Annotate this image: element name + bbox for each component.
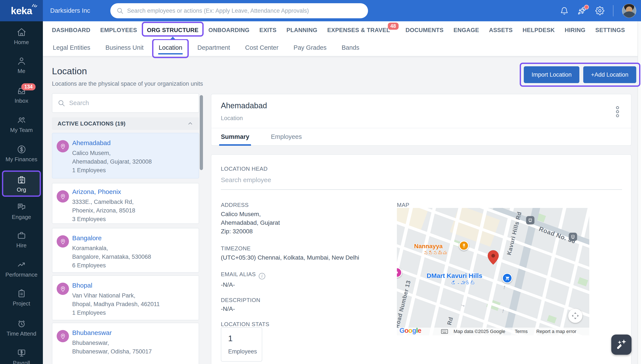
location-pin-icon [57,330,69,342]
org-structure-subnav: Legal Entities Business Unit Location De… [43,39,641,56]
location-card-bhubaneswar[interactable]: Bhubaneswar Bhubaneswar, Bhubaneswar, Od… [52,323,199,364]
bus-stop-icon[interactable] [569,233,577,241]
location-head-label: LOCATION HEAD [221,166,268,172]
summary-tab-underline [219,144,251,146]
sidebar-item-org[interactable]: Org [0,172,43,196]
nav-hiring[interactable]: HIRING [565,21,585,39]
poi-nannayya-label[interactable]: Nannayya [414,243,443,250]
add-location-button[interactable]: +Add Location [583,66,636,83]
street-label-road13: Road Number 13 [397,280,412,329]
company-name: Darksiders Inc [50,0,90,21]
nav-dashboard[interactable]: DASHBOARD [52,21,90,39]
subnav-legal-entities[interactable]: Legal Entities [53,39,90,56]
location-card-bhopal[interactable]: Bhopal Van Vihar National Park, Bhopal, … [52,275,199,320]
sidebar-item-engage[interactable]: Engage [0,202,43,226]
notifications-bell-icon[interactable] [560,6,569,15]
nav-org-structure[interactable]: ORG STRUCTURE [147,21,198,39]
location-pin-icon [57,235,69,248]
nav-assets[interactable]: ASSETS [489,21,513,39]
settings-gear-icon[interactable] [595,6,604,15]
map-report-error-link[interactable]: Report a map error [536,329,576,334]
nav-engage[interactable]: ENGAGE [454,21,479,39]
nav-exits[interactable]: EXITS [259,21,277,39]
dollar-circle-icon [17,144,27,154]
nav-onboarding[interactable]: ONBOARDING [208,21,249,39]
location-pin-icon [57,283,69,295]
subnav-business-unit[interactable]: Business Unit [105,39,144,56]
bus-stop-icon[interactable] [526,216,534,224]
import-location-button[interactable]: Import Location [524,66,579,83]
map-pan-control[interactable] [568,309,582,323]
main-content: Location Locations are the physical spac… [43,56,641,364]
location-card-arizona[interactable]: Arizona, Phoenix 3333E., Camelback Rd, P… [52,183,199,224]
global-search-input[interactable] [127,8,362,14]
topbar-actions [560,0,636,21]
nav-documents[interactable]: DOCUMENTS [406,21,444,39]
sidebar-item-payroll[interactable]: Payroll [0,348,43,364]
keka-logo[interactable]: keka [0,0,43,21]
poi-dmart-sublabel: డి - మార్ట్ [451,280,475,286]
sidebar-item-inbox[interactable]: 134 Inbox [0,86,43,110]
sidebar: Home Me 134 Inbox My Team My Finances Or… [0,21,43,364]
location-name[interactable]: Arizona, Phoenix [72,188,193,196]
location-name[interactable]: Bhubaneswar [72,329,193,336]
nav-employees[interactable]: EMPLOYEES [100,21,137,39]
location-pin-icon [57,190,69,202]
header-actions: Import Location +Add Location [524,66,636,83]
user-avatar[interactable] [622,4,636,18]
map-green-area [547,315,556,323]
location-name[interactable]: Bangalore [72,234,193,242]
sidebar-item-home[interactable]: Home [0,27,43,52]
list-scrollbar-thumb[interactable] [200,95,203,170]
store-pin-icon[interactable] [502,273,512,283]
nav-helpdesk[interactable]: HELPDESK [522,21,555,39]
sidebar-item-me[interactable]: Me [0,56,43,80]
subnav-pay-grades[interactable]: Pay Grades [293,39,327,56]
detail-subtitle: Location [221,115,243,122]
location-name[interactable]: Bhopal [72,282,193,289]
location-marker-pin[interactable] [487,250,499,266]
sidebar-item-my-team[interactable]: My Team [0,115,43,139]
tab-summary[interactable]: Summary [221,128,249,146]
sidebar-item-time-attend[interactable]: Time Attend [0,319,43,343]
poi-dmart-label[interactable]: DMart Kavuri Hills [427,272,482,280]
subnav-department[interactable]: Department [197,39,230,56]
location-name[interactable]: Ahemadabad [72,139,193,146]
brand-text: keka [11,5,32,16]
google-logo[interactable]: Google [400,327,421,334]
location-card-ahemadabad[interactable]: Ahemadabad Calico Musem, Ahemadabad, Guj… [52,133,199,178]
location-list-search[interactable] [52,93,199,113]
info-icon[interactable]: i [259,273,265,280]
sidebar-item-my-finances[interactable]: My Finances [0,144,43,168]
keyboard-icon[interactable] [441,329,448,334]
sidebar-item-hire[interactable]: Hire [0,230,43,255]
keka-app: keka Darksiders Inc H [0,0,641,364]
nav-planning[interactable]: PLANNING [286,21,317,39]
payroll-monitor-icon [17,348,27,358]
engage-chat-icon [17,202,27,212]
logo-spark-icon [31,1,38,8]
map-terms-link[interactable]: Terms [515,329,528,334]
location-card-bangalore[interactable]: Bangalore Koramankala, Bangalore, Karnat… [52,228,199,273]
google-map[interactable]: ↑ ↑ ↑ Kavuri Hills Rd Road No. 36 Road N… [397,208,589,335]
location-search-input[interactable] [69,100,193,106]
active-locations-header[interactable]: ACTIVE LOCATIONS (19) [52,117,199,130]
nav-expenses-travel[interactable]: EXPENSES & TRAVEL 48 [327,21,390,39]
nav-settings[interactable]: SETTINGS [595,21,625,39]
subnav-bands[interactable]: Bands [342,39,359,56]
page-scrollbar[interactable] [637,21,641,364]
tab-employees[interactable]: Employees [271,128,302,146]
chevron-up-icon [187,120,193,127]
location-head-search-input[interactable] [221,176,622,184]
map-label: MAP [397,202,409,208]
global-search[interactable] [110,3,368,18]
whats-new-rocket-icon[interactable] [577,6,587,16]
magic-wand-button[interactable] [611,334,631,355]
sidebar-item-performance[interactable]: Performance [0,260,43,284]
subnav-location[interactable]: Location [159,39,182,56]
kebab-menu-icon[interactable] [615,106,620,118]
sidebar-item-project[interactable]: Project [0,289,43,313]
restaurant-pin-icon[interactable] [459,241,469,250]
subnav-cost-center[interactable]: Cost Center [245,39,279,56]
location-detail-header: Ahemadabad Location Summary Employees [211,94,631,146]
